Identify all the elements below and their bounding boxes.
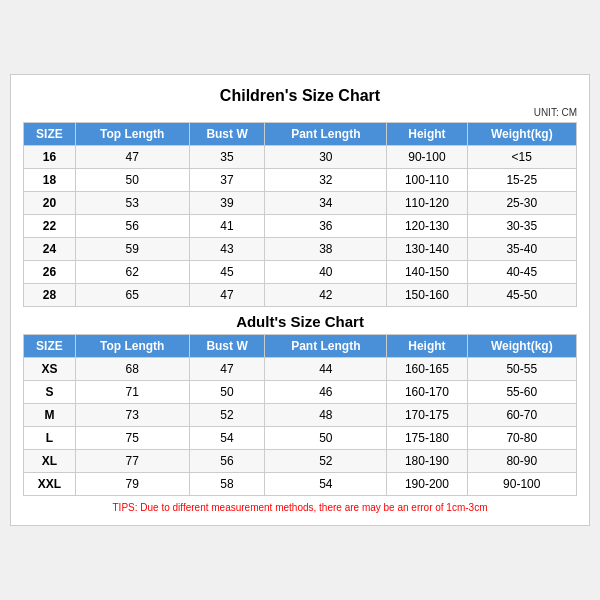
- table-cell: <15: [467, 146, 576, 169]
- table-cell: 190-200: [387, 473, 467, 496]
- children-header-row: SIZETop LengthBust WPant LengthHeightWei…: [24, 123, 577, 146]
- table-cell: 36: [265, 215, 387, 238]
- header-cell: SIZE: [24, 335, 76, 358]
- header-cell: Top Length: [75, 335, 189, 358]
- table-cell: 90-100: [387, 146, 467, 169]
- table-cell: 50: [189, 381, 265, 404]
- table-row: 28654742150-16045-50: [24, 284, 577, 307]
- table-cell: 120-130: [387, 215, 467, 238]
- table-cell: 26: [24, 261, 76, 284]
- table-cell: 110-120: [387, 192, 467, 215]
- table-cell: 30-35: [467, 215, 576, 238]
- table-cell: 160-165: [387, 358, 467, 381]
- table-cell: 40-45: [467, 261, 576, 284]
- table-cell: 35: [189, 146, 265, 169]
- table-cell: 20: [24, 192, 76, 215]
- table-cell: 100-110: [387, 169, 467, 192]
- table-cell: 32: [265, 169, 387, 192]
- header-cell: Pant Length: [265, 335, 387, 358]
- table-cell: 46: [265, 381, 387, 404]
- table-row: M735248170-17560-70: [24, 404, 577, 427]
- table-cell: 68: [75, 358, 189, 381]
- table-cell: 65: [75, 284, 189, 307]
- table-cell: 150-160: [387, 284, 467, 307]
- table-cell: 38: [265, 238, 387, 261]
- table-cell: 42: [265, 284, 387, 307]
- tips-text: TIPS: Due to different measurement metho…: [23, 502, 577, 513]
- table-row: XXL795854190-20090-100: [24, 473, 577, 496]
- adult-header-row: SIZETop LengthBust WPant LengthHeightWei…: [24, 335, 577, 358]
- header-cell: Top Length: [75, 123, 189, 146]
- table-row: XS684744160-16550-55: [24, 358, 577, 381]
- table-cell: 18: [24, 169, 76, 192]
- header-cell: Weight(kg): [467, 335, 576, 358]
- table-cell: XXL: [24, 473, 76, 496]
- header-cell: Bust W: [189, 123, 265, 146]
- table-cell: 56: [189, 450, 265, 473]
- adult-table: SIZETop LengthBust WPant LengthHeightWei…: [23, 334, 577, 496]
- header-cell: Bust W: [189, 335, 265, 358]
- table-cell: 175-180: [387, 427, 467, 450]
- header-cell: Weight(kg): [467, 123, 576, 146]
- table-cell: 58: [189, 473, 265, 496]
- table-cell: 48: [265, 404, 387, 427]
- table-cell: 90-100: [467, 473, 576, 496]
- table-cell: 24: [24, 238, 76, 261]
- table-cell: 37: [189, 169, 265, 192]
- table-cell: 52: [265, 450, 387, 473]
- table-cell: 54: [265, 473, 387, 496]
- header-cell: SIZE: [24, 123, 76, 146]
- table-cell: 180-190: [387, 450, 467, 473]
- table-cell: 160-170: [387, 381, 467, 404]
- table-row: L755450175-18070-80: [24, 427, 577, 450]
- table-cell: 59: [75, 238, 189, 261]
- children-title: Children's Size Chart: [23, 87, 577, 105]
- table-cell: 22: [24, 215, 76, 238]
- table-row: XL775652180-19080-90: [24, 450, 577, 473]
- table-cell: 40: [265, 261, 387, 284]
- children-table: SIZETop LengthBust WPant LengthHeightWei…: [23, 122, 577, 307]
- table-cell: 140-150: [387, 261, 467, 284]
- table-cell: 60-70: [467, 404, 576, 427]
- table-cell: 53: [75, 192, 189, 215]
- unit-label: UNIT: CM: [23, 107, 577, 118]
- header-cell: Height: [387, 123, 467, 146]
- table-cell: 34: [265, 192, 387, 215]
- table-cell: 45: [189, 261, 265, 284]
- table-cell: XS: [24, 358, 76, 381]
- table-cell: 15-25: [467, 169, 576, 192]
- table-cell: 75: [75, 427, 189, 450]
- table-cell: S: [24, 381, 76, 404]
- table-cell: 47: [75, 146, 189, 169]
- table-cell: 70-80: [467, 427, 576, 450]
- table-cell: 28: [24, 284, 76, 307]
- table-cell: L: [24, 427, 76, 450]
- table-cell: 50: [265, 427, 387, 450]
- table-cell: 80-90: [467, 450, 576, 473]
- table-cell: 55-60: [467, 381, 576, 404]
- table-cell: M: [24, 404, 76, 427]
- table-cell: 62: [75, 261, 189, 284]
- table-cell: 50: [75, 169, 189, 192]
- table-cell: 39: [189, 192, 265, 215]
- table-cell: XL: [24, 450, 76, 473]
- table-cell: 130-140: [387, 238, 467, 261]
- table-cell: 56: [75, 215, 189, 238]
- adult-title: Adult's Size Chart: [23, 307, 577, 334]
- table-row: 26624540140-15040-45: [24, 261, 577, 284]
- table-cell: 54: [189, 427, 265, 450]
- table-cell: 45-50: [467, 284, 576, 307]
- table-cell: 41: [189, 215, 265, 238]
- table-row: 20533934110-12025-30: [24, 192, 577, 215]
- table-cell: 30: [265, 146, 387, 169]
- table-cell: 47: [189, 358, 265, 381]
- chart-container: Children's Size Chart UNIT: CM SIZETop L…: [10, 74, 590, 526]
- table-row: 1647353090-100<15: [24, 146, 577, 169]
- header-cell: Pant Length: [265, 123, 387, 146]
- table-cell: 35-40: [467, 238, 576, 261]
- table-cell: 25-30: [467, 192, 576, 215]
- table-cell: 16: [24, 146, 76, 169]
- table-row: 22564136120-13030-35: [24, 215, 577, 238]
- table-row: S715046160-17055-60: [24, 381, 577, 404]
- table-row: 24594338130-14035-40: [24, 238, 577, 261]
